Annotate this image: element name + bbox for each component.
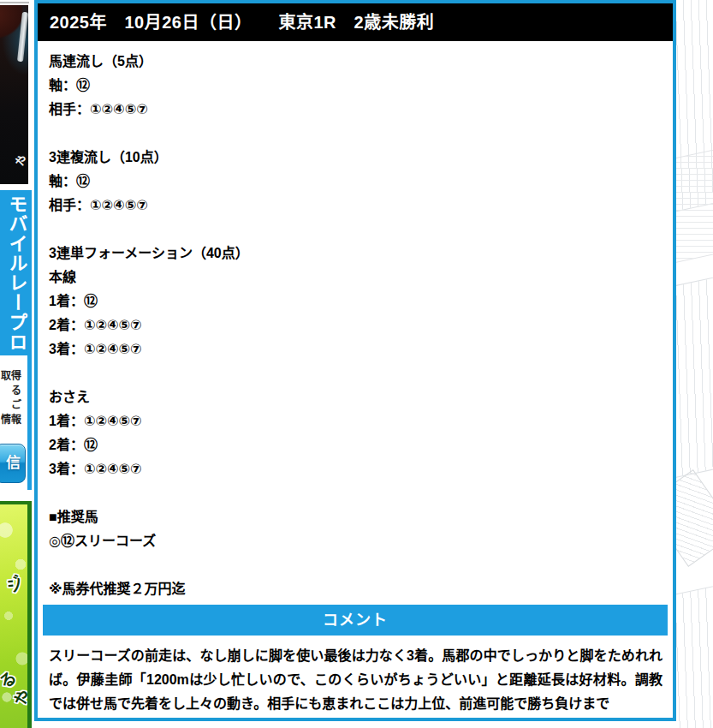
sidebar-info-box: 取得 る ご 情報 信 bbox=[0, 355, 32, 490]
comment-paragraph: スリーコーズの前走は、なし崩しに脚を使い最後は力なく3着。馬郡の中でしっかりと脚… bbox=[38, 642, 673, 716]
newspaper-column-lines bbox=[676, 276, 713, 478]
bet-pos3: 3着：①②④⑤⑦ bbox=[49, 457, 662, 481]
comment-bar-label: コメント bbox=[323, 612, 388, 629]
spacer bbox=[49, 122, 662, 146]
bet-pos1: 1着：⑫ bbox=[49, 289, 662, 313]
bet-axis: 軸：⑫ bbox=[49, 170, 662, 194]
bet-axis: 軸：⑫ bbox=[49, 74, 662, 98]
newspaper-column-lines bbox=[676, 583, 713, 728]
info-box-text: 取得 る ご 情報 bbox=[1, 369, 21, 427]
bet-partners: 相手：①②④⑤⑦ bbox=[49, 98, 662, 122]
mobile-banner-label: モバイルレープロ bbox=[3, 194, 30, 352]
green-banner-text: ジ bbox=[1, 569, 28, 597]
send-button[interactable]: 信 bbox=[0, 444, 26, 483]
tips-body: 馬連流し（5点） 軸：⑫ 相手：①②④⑤⑦ 3連複流し（10点） 軸：⑫ 相手：… bbox=[38, 41, 673, 601]
bet-type-title: 馬連流し（5点） bbox=[49, 50, 662, 74]
info-fragment: 情報 bbox=[1, 413, 21, 427]
info-fragment: ご bbox=[1, 398, 21, 413]
bet-subtitle: おさえ bbox=[49, 385, 662, 409]
green-banner-text: るや bbox=[0, 661, 32, 712]
bet-type-title: 3連単フォーメーション（40点） bbox=[49, 242, 662, 266]
race-tips-panel: 2025年 10月26日（日） 東京1R 2歳未勝利 馬連流し（5点） 軸：⑫ … bbox=[34, 0, 676, 721]
sidebar-photo-ad[interactable]: や bbox=[0, 5, 28, 184]
recommended-horse: ◎⑫スリーコーズ bbox=[49, 529, 662, 553]
bet-pos3: 3着：①②④⑤⑦ bbox=[49, 337, 662, 361]
newspaper-stamp-box bbox=[676, 469, 713, 567]
spacer bbox=[49, 481, 662, 505]
race-header: 2025年 10月26日（日） 東京1R 2歳未勝利 bbox=[38, 3, 673, 41]
comment-section-header: コメント bbox=[43, 605, 668, 636]
sidebar-banner-green-ad[interactable]: ジ るや bbox=[0, 501, 32, 728]
spacer bbox=[49, 361, 662, 385]
bet-subtitle: 本線 bbox=[49, 266, 662, 289]
info-fragment: る bbox=[1, 384, 21, 398]
sidebar-box-edge bbox=[0, 0, 29, 3]
info-fragment: 取得 bbox=[1, 369, 21, 384]
recommended-horse-title: ■推奨馬 bbox=[49, 505, 662, 529]
bet-pos2: 2着：①②④⑤⑦ bbox=[49, 313, 662, 337]
photo-overlay-text: や bbox=[11, 150, 28, 170]
bet-partners: 相手：①②④⑤⑦ bbox=[49, 194, 662, 218]
bet-type-title: 3連複流し（10点） bbox=[49, 146, 662, 170]
sidebar-banner-mobile-race-pro[interactable]: モバイルレープロ bbox=[0, 190, 32, 355]
bet-pos1: 1着：①②④⑤⑦ bbox=[49, 409, 662, 433]
newspaper-background bbox=[676, 0, 713, 728]
phone-icon bbox=[17, 12, 28, 62]
budget-note: ※馬券代推奨２万円迄 bbox=[49, 577, 662, 601]
race-title: 2025年 10月26日（日） 東京1R 2歳未勝利 bbox=[50, 13, 434, 32]
spacer bbox=[49, 218, 662, 242]
spacer bbox=[49, 553, 662, 577]
bet-pos2: 2着：⑫ bbox=[49, 433, 662, 457]
newspaper-table-lines bbox=[676, 146, 713, 266]
